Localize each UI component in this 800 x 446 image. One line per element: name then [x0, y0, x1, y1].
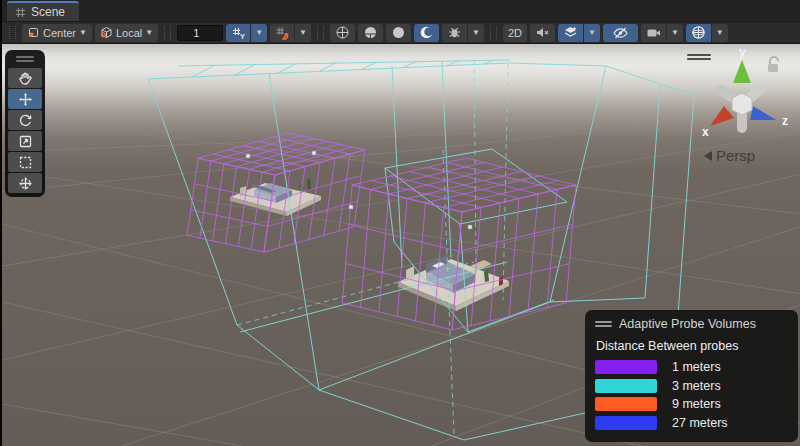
2d-label: 2D	[508, 27, 522, 39]
grid-size-input[interactable]	[177, 25, 223, 41]
grid-visibility-dropdown[interactable]: ▼	[251, 24, 267, 42]
legend-title: Adaptive Probe Volumes	[619, 317, 756, 331]
axis-z-label: z	[782, 114, 788, 128]
scale-icon	[18, 134, 33, 149]
scene-toolbar: Center ▼ Local ▼ Y ▼	[2, 22, 800, 44]
axis-y-cone[interactable]	[733, 60, 751, 83]
chevron-down-icon: ▼	[79, 29, 87, 37]
swatch-9m	[595, 397, 657, 411]
tool-move[interactable]	[8, 89, 42, 109]
axis-y-label: y	[739, 46, 746, 59]
effects-dropdown[interactable]: ▼	[584, 24, 600, 42]
tools-overlay-handle[interactable]	[8, 53, 42, 65]
svg-text:Y: Y	[240, 32, 245, 40]
tool-scale[interactable]	[8, 131, 42, 151]
grid-visibility-toggle[interactable]: Y	[226, 24, 250, 42]
tab-title: Scene	[31, 5, 65, 19]
transform-icon	[18, 176, 33, 191]
chevron-down-icon: ▼	[255, 29, 263, 37]
camera-button[interactable]	[641, 24, 666, 42]
persp-label: Persp	[716, 147, 755, 164]
sphere-icon	[391, 25, 406, 40]
rotate-icon	[18, 113, 33, 128]
toolbar-separator	[490, 26, 497, 39]
chevron-down-icon: ▼	[145, 29, 153, 37]
axis-x-label: x	[702, 125, 709, 139]
visibility-toggle-button[interactable]	[603, 24, 638, 42]
shaded-globe-button[interactable]	[358, 24, 383, 42]
tool-rect[interactable]	[8, 152, 42, 172]
chevron-down-icon: ▼	[671, 29, 679, 37]
unity-scene-view: Scene Center ▼ Local ▼	[0, 0, 800, 446]
pivot-dropdown[interactable]: Center ▼	[22, 24, 92, 42]
chevron-down-icon: ▼	[472, 29, 480, 37]
rect-tool-icon	[18, 155, 33, 170]
eye-slash-icon	[612, 25, 629, 40]
axis-z-cone[interactable]	[750, 106, 776, 120]
swatch-27m	[595, 416, 657, 430]
gizmo-sphere-icon	[691, 25, 706, 40]
legend-item: 9 meters	[595, 397, 788, 411]
2d-toggle-button[interactable]: 2D	[503, 24, 527, 42]
camera-dropdown[interactable]: ▼	[667, 24, 683, 42]
camera-icon	[646, 26, 661, 39]
chevron-down-icon: ▼	[299, 29, 307, 37]
effects-toggle-button[interactable]	[558, 24, 583, 42]
rotation-label: Local	[116, 27, 142, 39]
rotation-dropdown[interactable]: Local ▼	[95, 24, 158, 42]
legend-item: 1 meters	[595, 360, 788, 374]
tools-overlay	[5, 50, 45, 197]
legend-drag-handle[interactable]	[595, 321, 612, 327]
layers-icon	[563, 25, 578, 40]
tab-scene[interactable]: Scene	[7, 1, 79, 21]
grid-magnet-icon	[275, 26, 289, 40]
gizmo-center-cube[interactable]	[732, 93, 752, 115]
tool-rotate[interactable]	[8, 110, 42, 130]
apv-legend-panel: Adaptive Probe Volumes Distance Between …	[585, 310, 798, 442]
tool-transform[interactable]	[8, 173, 42, 193]
lock-icon[interactable]	[768, 57, 778, 72]
projection-toggle[interactable]: Persp	[704, 147, 755, 164]
speaker-muted-icon	[535, 25, 550, 40]
lighting-toggle-button[interactable]	[414, 24, 439, 42]
wireframe-globe-button[interactable]	[330, 24, 355, 42]
audio-mute-button[interactable]	[530, 24, 555, 42]
legend-item: 3 meters	[595, 379, 788, 393]
swatch-1m	[595, 360, 657, 374]
tool-hand[interactable]	[8, 68, 42, 88]
legend-item: 27 meters	[595, 416, 788, 430]
legend-subtitle: Distance Between probes	[596, 339, 788, 353]
swatch-3m	[595, 379, 657, 393]
axis-x-cone[interactable]	[710, 106, 734, 126]
grid-axis-icon: Y	[231, 26, 245, 40]
triangle-left-icon	[704, 151, 712, 161]
half-sphere-icon	[363, 25, 378, 40]
wire-sphere-icon	[335, 25, 350, 40]
snap-toggle[interactable]	[270, 24, 294, 42]
chevron-down-icon: ▼	[588, 29, 596, 37]
pivot-icon	[27, 26, 40, 39]
bug-icon	[447, 25, 462, 40]
tab-bar: Scene	[2, 0, 800, 22]
cube-icon	[100, 26, 113, 39]
gizmos-dropdown[interactable]: ▼	[712, 24, 728, 42]
toolbar-drag-handle[interactable]	[9, 26, 16, 39]
gizmos-toggle-button[interactable]	[686, 24, 711, 42]
hand-icon	[18, 71, 33, 86]
pivot-label: Center	[43, 27, 76, 39]
debug-dropdown[interactable]: ▼	[468, 24, 484, 42]
toolbar-separator	[317, 26, 324, 39]
shaded-sphere-button[interactable]	[386, 24, 411, 42]
snap-dropdown[interactable]: ▼	[295, 24, 311, 42]
move-icon	[18, 92, 33, 107]
chevron-down-icon: ▼	[716, 29, 724, 37]
toolbar-separator	[164, 26, 171, 39]
debug-bug-button[interactable]	[442, 24, 467, 42]
grid-tab-icon	[15, 7, 26, 18]
moon-icon	[419, 25, 434, 40]
